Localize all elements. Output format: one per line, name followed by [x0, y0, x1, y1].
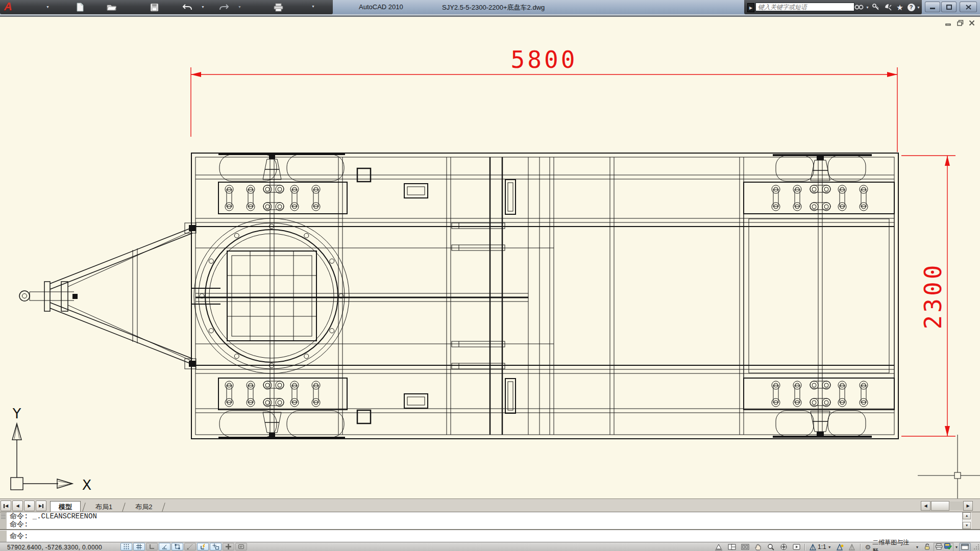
leaf-spring-rear-top: [744, 182, 894, 214]
autocad-window: { "title_bar": { "app_name": "AutoCAD 20…: [0, 0, 980, 551]
turntable-circle: [194, 218, 349, 373]
workspace-switch-button[interactable]: ⚙ 二维草图与注释 ▼: [863, 543, 921, 551]
status-toggle-ortho[interactable]: [146, 543, 158, 550]
zoom-button[interactable]: [765, 543, 777, 551]
tab-last-button[interactable]: ▶: [36, 500, 46, 511]
search-topics-arrow-icon[interactable]: ▶: [747, 3, 754, 12]
layout-tab-bar: ◀ ◀ ▶ ▶ 模型 布局1 布局2 ◀ ▶: [0, 498, 980, 512]
leaf-spring-front-bottom: [218, 378, 347, 410]
crosshair-cursor: [918, 435, 980, 498]
status-toggle-grid[interactable]: [133, 543, 145, 550]
doc-close-button[interactable]: [968, 19, 976, 27]
trailer-chassis-drawing: 5800 2300 Y X: [0, 17, 980, 498]
status-toggle-qp[interactable]: [235, 543, 247, 550]
hscroll-thumb[interactable]: [931, 501, 949, 511]
status-toggle-dyn[interactable]: [210, 543, 222, 550]
trusted-dwg-icon[interactable]: [944, 543, 952, 551]
redo-button[interactable]: [218, 2, 230, 13]
application-menu-arrow-icon[interactable]: ▼: [46, 5, 50, 9]
undo-button[interactable]: [182, 2, 193, 13]
resize-grip[interactable]: [973, 543, 980, 550]
toolbar-lock-button[interactable]: [922, 543, 933, 551]
auto-annotation-button[interactable]: [847, 543, 858, 551]
leaf-spring-rear-bottom: [744, 378, 894, 410]
doc-restore-button[interactable]: [956, 19, 964, 27]
redo-history-arrow-icon[interactable]: ▼: [238, 5, 241, 9]
status-toggle-osnap[interactable]: [172, 543, 183, 550]
dimension-width-text: 2300: [919, 263, 947, 330]
status-toggle-ducs[interactable]: [197, 543, 209, 550]
status-toggle-lwt[interactable]: [223, 543, 234, 550]
scroll-up-icon[interactable]: ▲: [963, 512, 971, 519]
gear-icon: ⚙: [865, 544, 871, 550]
front-axle-wheels: [218, 153, 345, 439]
hitch-drawbar: [19, 223, 220, 369]
plot-notification-icon[interactable]: [935, 543, 943, 551]
tab-model[interactable]: 模型: [50, 501, 81, 512]
ucs-x-label: X: [82, 477, 92, 493]
tab-divider: [162, 503, 166, 511]
app-title: AutoCAD 2010: [359, 3, 403, 11]
restore-button[interactable]: [941, 2, 957, 12]
annotation-scale-arrow-icon: ▼: [828, 545, 831, 549]
infocenter-search-input[interactable]: [755, 3, 854, 11]
command-input[interactable]: 命令:: [7, 531, 980, 542]
clean-screen-button[interactable]: [959, 543, 971, 551]
status-toggle-otrack[interactable]: [184, 543, 196, 550]
model-space-button[interactable]: [713, 543, 725, 551]
customize-quick-access-arrow-icon[interactable]: ▼: [311, 5, 315, 8]
subscription-key-icon[interactable]: [871, 3, 881, 11]
tab-first-button[interactable]: ◀: [1, 500, 11, 511]
quick-view-drawings-button[interactable]: [739, 543, 751, 551]
tab-divider: [82, 503, 86, 511]
help-icon[interactable]: ?: [906, 3, 916, 11]
status-tray: [934, 543, 953, 551]
undo-history-arrow-icon[interactable]: ▼: [201, 5, 205, 9]
hscroll-right-icon[interactable]: ▶: [963, 501, 973, 511]
communication-center-icon[interactable]: [883, 3, 893, 11]
workspace-arrow-icon: ▼: [915, 545, 919, 549]
status-toggle-polar[interactable]: [159, 543, 170, 550]
search-icon[interactable]: [853, 3, 865, 11]
favorites-star-icon[interactable]: ★: [895, 3, 904, 11]
annotation-visibility-button[interactable]: [835, 543, 846, 551]
new-button[interactable]: [75, 2, 86, 13]
steering-wheel-button[interactable]: [778, 543, 790, 551]
quick-view-layouts-button[interactable]: [726, 543, 738, 551]
command-history-scrollbar[interactable]: ▲ ▼: [962, 512, 971, 529]
status-toggle-snap[interactable]: [120, 543, 132, 550]
close-button[interactable]: [960, 2, 977, 12]
open-button[interactable]: [106, 2, 117, 13]
search-options-arrow-icon[interactable]: ▼: [866, 6, 869, 9]
hscroll-left-icon[interactable]: ◀: [921, 501, 930, 511]
plot-button[interactable]: [273, 2, 284, 13]
coordinates-readout[interactable]: 57902.6400, -5726.3300, 0.0000: [7, 544, 102, 551]
workspace-name: 二维草图与注释: [872, 538, 914, 551]
command-history[interactable]: 命令: _.CLEANSCREENON 命令: ▲ ▼: [7, 512, 971, 529]
document-title: SJY2.5-5-2300-2200+底盘车2.dwg: [442, 3, 545, 12]
drawing-hscrollbar[interactable]: ◀ ▶: [921, 501, 973, 511]
tab-next-button[interactable]: ▶: [24, 500, 35, 511]
command-line-window: 命令: _.CLEANSCREENON 命令: ▲ ▼ 命令:: [0, 512, 980, 542]
minimize-button[interactable]: [925, 2, 940, 12]
tab-layout2[interactable]: 布局2: [127, 502, 160, 512]
command-window-grip[interactable]: [0, 512, 7, 542]
help-options-arrow-icon[interactable]: ▼: [917, 6, 920, 9]
pan-button[interactable]: [752, 543, 764, 551]
status-bar: 57902.6400, -5726.3300, 0.0000 1:1 ▼ ⚙: [0, 542, 980, 551]
title-bar: A ▼ ▼ ▼ ▼ AutoCAD 2010 SJY2.5-5-2300-220…: [0, 0, 980, 15]
scroll-down-icon[interactable]: ▼: [963, 522, 971, 529]
application-menu-icon[interactable]: A: [4, 0, 12, 13]
ucs-icon: [11, 423, 72, 490]
command-history-line: 命令:: [10, 520, 971, 529]
show-motion-button[interactable]: [791, 543, 802, 551]
tab-layout1[interactable]: 布局1: [87, 502, 120, 512]
annotation-scale-button[interactable]: 1:1 ▼: [807, 543, 834, 551]
command-history-line: 命令: _.CLEANSCREENON: [10, 512, 971, 520]
tray-settings-arrow-icon[interactable]: ▼: [954, 545, 958, 549]
doc-minimize-button[interactable]: [944, 19, 952, 27]
save-button[interactable]: [149, 2, 160, 13]
tab-prev-button[interactable]: ◀: [12, 500, 23, 511]
tab-divider: [122, 503, 126, 511]
drawing-canvas[interactable]: 5800 2300 Y X: [0, 17, 980, 498]
